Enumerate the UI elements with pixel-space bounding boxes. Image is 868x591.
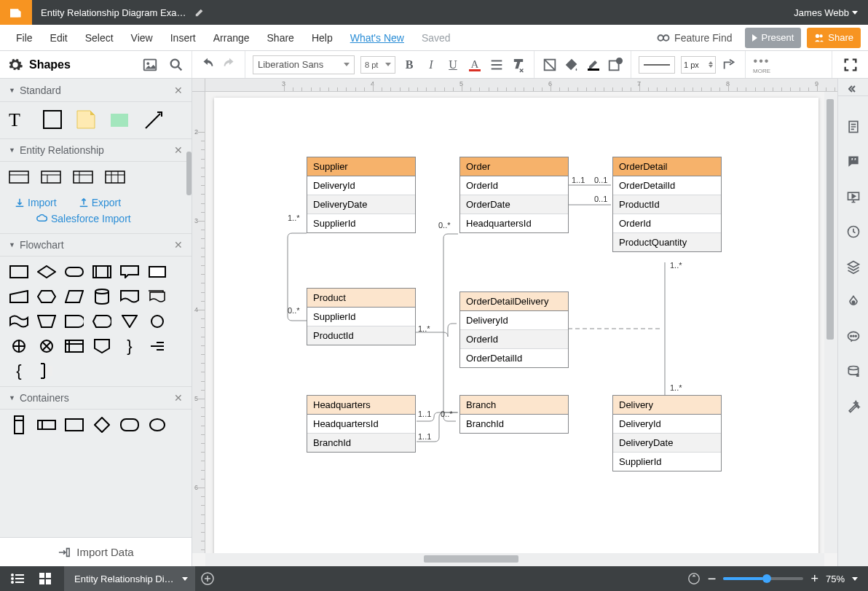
entity-field[interactable]: SupplierId <box>307 308 415 326</box>
more-tools-button[interactable]: ••• MORE <box>753 55 770 74</box>
entity-field[interactable]: DeliveryId <box>307 176 415 195</box>
fc-diamond[interactable] <box>36 264 57 280</box>
entity-field[interactable]: DeliveryId <box>460 311 568 330</box>
entity-title[interactable]: Order <box>460 157 568 176</box>
category-entity-relationship[interactable]: ▼ Entity Relationship ✕ <box>0 138 192 162</box>
entity-field[interactable]: OrderId <box>460 330 568 349</box>
fc-brace-l[interactable]: { <box>9 363 29 379</box>
underline-button[interactable]: U <box>445 57 461 73</box>
menu-help[interactable]: Help <box>303 32 342 44</box>
rectangle-shape[interactable] <box>42 109 64 131</box>
ct-diamond[interactable] <box>92 417 112 433</box>
category-containers[interactable]: ▼ Containers ✕ <box>0 386 192 410</box>
category-standard[interactable]: ▼ Standard ✕ <box>0 79 192 102</box>
data-icon[interactable] <box>846 364 861 379</box>
line-width-select[interactable]: 1 px <box>681 56 716 74</box>
fc-offpage[interactable] <box>92 338 112 354</box>
entity-order[interactable]: Order OrderId OrderDate HeadquartersId <box>459 157 569 233</box>
chat-icon[interactable] <box>846 329 861 344</box>
fc-rect[interactable] <box>9 264 29 280</box>
menu-file[interactable]: File <box>7 32 42 44</box>
canvas-horizontal-scrollbar[interactable] <box>205 553 824 566</box>
entity-title[interactable]: Supplier <box>307 157 415 176</box>
grid-view-button[interactable] <box>35 568 55 589</box>
entity-field[interactable]: OrderDetailId <box>613 176 721 195</box>
er-entity-3[interactable] <box>73 169 93 185</box>
close-icon[interactable]: ✕ <box>174 144 183 156</box>
layers-icon[interactable] <box>846 259 861 274</box>
category-flowchart[interactable]: ▼ Flowchart ✕ <box>0 233 192 257</box>
entity-supplier[interactable]: Supplier DeliveryId DeliveryDate Supplie… <box>307 157 416 233</box>
search-icon[interactable] <box>168 57 184 73</box>
import-link[interactable]: Import <box>15 197 57 208</box>
entity-field[interactable]: DeliveryDate <box>307 195 415 214</box>
menu-view[interactable]: View <box>122 32 162 44</box>
menu-arrange[interactable]: Arrange <box>205 32 259 44</box>
fc-card-sel[interactable] <box>147 264 167 280</box>
fc-callout[interactable] <box>119 264 140 280</box>
present-button[interactable]: Present <box>745 28 801 48</box>
close-icon[interactable]: ✕ <box>174 85 183 96</box>
paint-bucket-button[interactable] <box>564 57 580 73</box>
entity-order-detail[interactable]: OrderDetail OrderDetailId ProductId Orde… <box>612 157 722 252</box>
entity-field[interactable]: BranchId <box>307 434 415 452</box>
fc-sum[interactable] <box>9 338 29 354</box>
er-entity-1[interactable] <box>9 169 29 185</box>
entity-field[interactable]: DeliveryDate <box>613 434 721 453</box>
entity-title[interactable]: Headquarters <box>307 396 415 415</box>
zoom-level[interactable]: 75% <box>826 574 845 584</box>
entity-product[interactable]: Product SupplierId ProductId <box>307 288 416 345</box>
entity-field[interactable]: OrderId <box>460 176 568 195</box>
canvas-vertical-scrollbar[interactable] <box>824 92 837 553</box>
fc-hexagon[interactable] <box>36 289 57 305</box>
rename-icon[interactable] <box>194 7 205 17</box>
font-color-button[interactable]: A <box>467 57 483 73</box>
arrow-shape[interactable] <box>143 109 165 131</box>
fc-connector[interactable] <box>147 313 167 329</box>
redo-button[interactable] <box>221 57 237 73</box>
font-select[interactable]: Liberation Sans <box>253 55 355 74</box>
fc-predefined[interactable] <box>92 264 112 280</box>
border-color-button[interactable] <box>585 57 601 73</box>
feature-find[interactable]: Feature Find <box>657 32 732 44</box>
bold-button[interactable]: B <box>401 57 417 73</box>
note-shape[interactable] <box>76 109 98 131</box>
entity-headquarters[interactable]: Headquarters HeadquartersId BranchId <box>307 395 416 453</box>
menu-insert[interactable]: Insert <box>162 32 205 44</box>
ct-rounded[interactable] <box>119 417 140 433</box>
fc-brace-r[interactable]: } <box>119 338 140 354</box>
add-sheet-button[interactable] <box>195 566 220 591</box>
entity-field[interactable]: HeadquartersId <box>307 415 415 434</box>
fc-document[interactable] <box>119 289 140 305</box>
outline-view-button[interactable] <box>7 568 28 589</box>
zoom-slider[interactable] <box>723 577 803 580</box>
ct-rect[interactable] <box>64 417 84 433</box>
italic-button[interactable]: I <box>423 57 439 73</box>
theme-icon[interactable] <box>846 294 861 309</box>
left-panel-scrollbar[interactable] <box>186 152 192 195</box>
menu-select[interactable]: Select <box>76 32 122 44</box>
ct-circle[interactable] <box>147 417 167 433</box>
entity-field[interactable]: OrderDate <box>460 195 568 214</box>
menu-whats-new[interactable]: What's New <box>342 32 413 44</box>
ct-swimlane-v[interactable] <box>9 417 29 433</box>
share-button[interactable]: Share <box>807 28 861 48</box>
canvas[interactable]: 345678910 234567 Supplier Delivery <box>192 79 837 566</box>
close-icon[interactable]: ✕ <box>174 392 183 404</box>
auto-zoom-icon[interactable] <box>687 572 701 585</box>
sheet-tab[interactable]: Entity Relationship Dia… <box>64 566 195 591</box>
undo-button[interactable] <box>200 57 216 73</box>
er-entity-4[interactable] <box>105 169 125 185</box>
align-button[interactable] <box>489 57 505 73</box>
history-icon[interactable] <box>846 224 861 239</box>
menu-share[interactable]: Share <box>259 32 303 44</box>
collapse-dock-button[interactable] <box>838 82 868 96</box>
fc-cylinder[interactable] <box>92 289 112 305</box>
export-link[interactable]: Export <box>79 197 121 208</box>
fc-tape[interactable] <box>9 313 29 329</box>
er-entity-2[interactable] <box>41 169 61 185</box>
clear-formatting-button[interactable] <box>510 57 526 73</box>
entity-field[interactable]: BranchId <box>460 415 568 433</box>
menu-edit[interactable]: Edit <box>42 32 76 44</box>
entity-title[interactable]: OrderDetail <box>613 157 721 176</box>
